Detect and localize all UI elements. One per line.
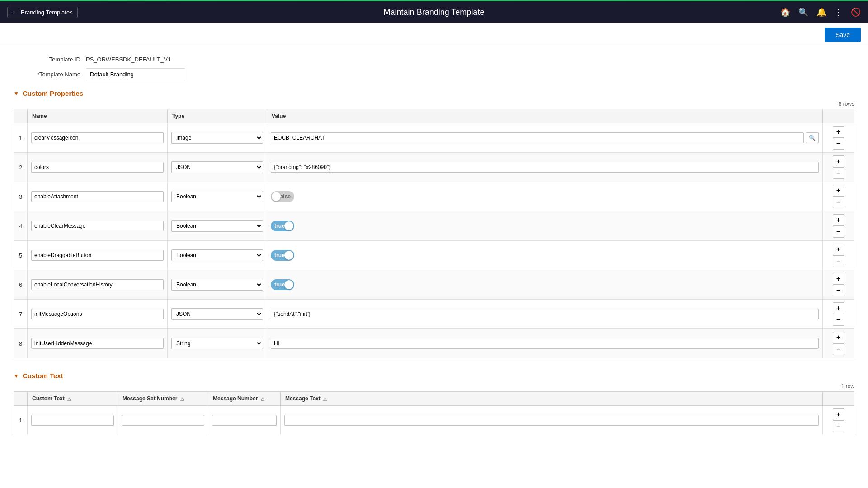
custom-text-section-header[interactable]: ▼ Custom Text	[14, 372, 854, 380]
add-row-button[interactable]: +	[833, 332, 844, 343]
search-icon[interactable]: 🔍	[798, 7, 808, 17]
custom-properties-row-count: 8 rows	[14, 101, 854, 107]
col-actions-header	[823, 109, 854, 123]
type-cell: ImageJSONBooleanStringNumber	[168, 241, 267, 270]
bell-icon[interactable]: 🔔	[816, 7, 826, 17]
type-cell: ImageJSONBooleanStringNumber	[168, 300, 267, 329]
name-cell	[28, 211, 168, 241]
remove-row-button[interactable]: −	[833, 255, 844, 267]
template-name-row: *Template Name	[14, 68, 854, 80]
header-icons: 🏠 🔍 🔔 ⋮ 🚫	[780, 7, 861, 17]
toggle-switch[interactable]: true	[271, 279, 294, 290]
page-title: Maintain Branding Template	[384, 8, 485, 17]
header: ← Branding Templates Maintain Branding T…	[0, 1, 868, 23]
menu-icon[interactable]: ⋮	[835, 7, 843, 17]
name-input[interactable]	[31, 191, 164, 202]
back-arrow-icon: ←	[12, 9, 18, 16]
type-select[interactable]: ImageJSONBooleanStringNumber	[171, 249, 263, 261]
add-row-button[interactable]: +	[833, 273, 844, 285]
template-id-label: Template ID	[14, 56, 86, 63]
remove-row-button[interactable]: −	[833, 314, 844, 326]
custom-text-sort-icon[interactable]: △	[67, 396, 71, 401]
value-search-container: 🔍	[271, 132, 819, 143]
block-icon[interactable]: 🚫	[851, 7, 861, 17]
ct-message_set_number-input[interactable]	[122, 415, 204, 426]
toggle-knob	[284, 251, 293, 260]
toggle-switch[interactable]: true	[271, 221, 294, 231]
add-row-button[interactable]: +	[833, 155, 844, 167]
ct-remove-row-button[interactable]: −	[833, 420, 844, 432]
type-select[interactable]: ImageJSONBooleanStringNumber	[171, 220, 263, 232]
name-input[interactable]	[31, 132, 164, 143]
name-input[interactable]	[31, 162, 164, 173]
add-row-button[interactable]: +	[833, 126, 844, 138]
value-search-button[interactable]: 🔍	[806, 132, 819, 143]
name-input[interactable]	[31, 309, 164, 319]
toggle-switch[interactable]: true	[271, 250, 294, 261]
remove-row-button[interactable]: −	[833, 167, 844, 179]
action-cell: +−	[823, 182, 854, 211]
remove-row-button[interactable]: −	[833, 138, 844, 150]
ct-add-row-button[interactable]: +	[833, 408, 844, 420]
ct-message_number-input[interactable]	[212, 415, 277, 426]
type-select[interactable]: ImageJSONBooleanStringNumber	[171, 132, 263, 144]
msg-set-sort-icon[interactable]: △	[180, 396, 184, 401]
ct-message_text-input[interactable]	[284, 415, 819, 426]
add-row-button[interactable]: +	[833, 302, 844, 314]
ct-col-custom-text-header: Custom Text △	[28, 392, 118, 406]
home-icon[interactable]: 🏠	[780, 7, 790, 17]
add-row-button[interactable]: +	[833, 185, 844, 197]
name-input[interactable]	[31, 338, 164, 349]
type-select[interactable]: ImageJSONBooleanStringNumber	[171, 191, 263, 202]
row-num: 6	[14, 270, 28, 300]
msg-num-sort-icon[interactable]: △	[261, 396, 264, 401]
custom-properties-section-header[interactable]: ▼ Custom Properties	[14, 89, 854, 97]
remove-row-button[interactable]: −	[833, 343, 844, 355]
toggle-label: true	[274, 223, 285, 229]
add-row-button[interactable]: +	[833, 214, 844, 226]
row-num: 4	[14, 211, 28, 241]
remove-row-button[interactable]: −	[833, 226, 844, 238]
value-search-input[interactable]	[271, 132, 804, 143]
ct-col-msg-num-header: Message Number △	[208, 392, 281, 406]
row-num: 8	[14, 329, 28, 358]
toggle-knob	[284, 280, 293, 289]
back-button[interactable]: ← Branding Templates	[7, 7, 78, 18]
save-button[interactable]: Save	[825, 28, 861, 42]
value-input[interactable]	[271, 309, 819, 319]
name-input[interactable]	[31, 279, 164, 290]
toolbar: Save	[0, 23, 868, 47]
row-num: 2	[14, 153, 28, 182]
type-cell: ImageJSONBooleanStringNumber	[168, 182, 267, 211]
template-id-value: PS_ORWEBSDK_DEFAULT_V1	[86, 56, 171, 63]
ct-custom_text-input[interactable]	[31, 415, 114, 426]
custom-text-label: Custom Text	[23, 372, 63, 380]
ct-col-actions-header	[823, 392, 854, 406]
type-select[interactable]: ImageJSONBooleanStringNumber	[171, 161, 263, 173]
add-row-button[interactable]: +	[833, 244, 844, 255]
custom-properties-arrow-icon: ▼	[14, 90, 19, 97]
value-input[interactable]	[271, 162, 819, 173]
name-cell	[28, 329, 168, 358]
msg-text-sort-icon[interactable]: △	[323, 396, 327, 401]
remove-row-button[interactable]: −	[833, 197, 844, 208]
type-select[interactable]: ImageJSONBooleanStringNumber	[171, 279, 263, 291]
toggle-container: true	[271, 250, 819, 261]
custom-text-table: Custom Text △ Message Set Number △ Messa…	[14, 391, 854, 435]
name-cell	[28, 241, 168, 270]
template-name-input[interactable]	[86, 68, 185, 80]
name-input[interactable]	[31, 250, 164, 261]
name-input[interactable]	[31, 221, 164, 231]
toggle-switch[interactable]: false	[271, 191, 294, 202]
type-cell: ImageJSONBooleanStringNumber	[168, 270, 267, 300]
type-cell: ImageJSONBooleanStringNumber	[168, 153, 267, 182]
ct-message_text-cell	[281, 406, 823, 435]
value-input[interactable]	[271, 338, 819, 349]
custom-properties-label: Custom Properties	[23, 89, 83, 97]
type-select[interactable]: ImageJSONBooleanStringNumber	[171, 338, 263, 349]
toggle-container: true	[271, 279, 819, 290]
col-num-header	[14, 109, 28, 123]
row-num: 5	[14, 241, 28, 270]
remove-row-button[interactable]: −	[833, 285, 844, 296]
type-select[interactable]: ImageJSONBooleanStringNumber	[171, 308, 263, 320]
